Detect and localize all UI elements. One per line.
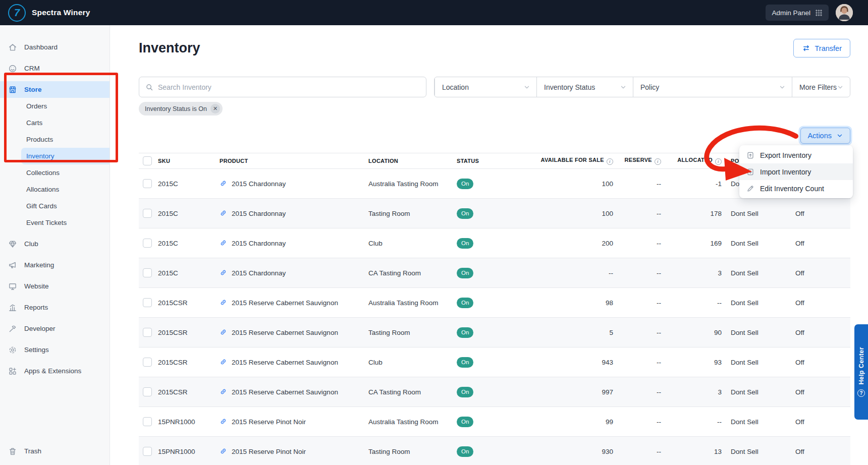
active-filter-chip: Inventory Status is On ✕ xyxy=(139,102,223,115)
row-checkbox[interactable] xyxy=(143,328,152,337)
product-link[interactable]: 2015 Chardonnay xyxy=(232,210,286,217)
col-status: STATUS xyxy=(457,153,507,169)
transfer-button[interactable]: Transfer xyxy=(793,39,850,57)
sidebar-item[interactable]: Club xyxy=(0,236,110,252)
sidebar-item[interactable]: Marketing xyxy=(0,257,110,273)
sidebar-item[interactable]: Apps & Extensions xyxy=(0,363,110,379)
select-all-checkbox[interactable] xyxy=(143,156,152,165)
filter-select[interactable]: Location xyxy=(435,77,536,97)
table-row: 2015CSR 2015 Reserve Cabernet Sauvignon … xyxy=(139,318,850,347)
table-row: 2015CSR 2015 Reserve Cabernet Sauvignon … xyxy=(139,288,850,318)
status-cell: On xyxy=(457,437,507,465)
sidebar-item-label: Allocations xyxy=(26,186,59,193)
link-icon xyxy=(220,328,227,336)
sku-cell: 15PNR1000 xyxy=(158,437,220,465)
sidebar-item-label: Trash xyxy=(24,447,41,455)
product-cell: 2015 Reserve Pinot Noir xyxy=(220,437,368,465)
policy-cell: Dont Sell xyxy=(722,228,786,258)
main-content: Inventory Transfer Location Inventory St… xyxy=(110,25,868,465)
product-link[interactable]: 2015 Chardonnay xyxy=(232,269,286,277)
product-link[interactable]: 2015 Reserve Cabernet Sauvignon xyxy=(232,299,338,307)
row-checkbox[interactable] xyxy=(143,179,152,188)
sidebar-item[interactable]: Store xyxy=(0,81,110,98)
sidebar-item-icon xyxy=(8,261,17,270)
product-link[interactable]: 2015 Reserve Cabernet Sauvignon xyxy=(232,329,338,336)
reserve-cell: -- xyxy=(613,199,661,228)
row-checkbox[interactable] xyxy=(143,447,152,456)
info-icon[interactable]: i xyxy=(655,158,661,165)
row-checkbox[interactable] xyxy=(143,358,152,367)
product-link[interactable]: 2015 Reserve Pinot Noir xyxy=(232,418,306,426)
product-cell: 2015 Chardonnay xyxy=(220,228,368,258)
sidebar-item[interactable]: Carts xyxy=(0,114,110,131)
sidebar-item-icon xyxy=(8,240,17,249)
sidebar-item[interactable]: Website xyxy=(0,278,110,295)
row-checkbox[interactable] xyxy=(143,417,152,426)
row-checkbox[interactable] xyxy=(143,268,152,277)
product-link[interactable]: 2015 Chardonnay xyxy=(232,240,286,247)
table-row: 2015CSR 2015 Reserve Cabernet Sauvignon … xyxy=(139,347,850,377)
backorder-cell: Off xyxy=(786,347,850,377)
product-link[interactable]: 2015 Reserve Pinot Noir xyxy=(232,448,306,455)
sidebar-item[interactable]: Dashboard xyxy=(0,39,110,55)
sidebar-item-label: Dashboard xyxy=(24,43,58,51)
actions-button[interactable]: Actions xyxy=(800,128,850,144)
backorder-cell: Off xyxy=(786,199,850,228)
sidebar-item[interactable]: Event Tickets xyxy=(0,214,110,231)
remove-filter-icon[interactable]: ✕ xyxy=(210,104,220,113)
sidebar-item[interactable]: Allocations xyxy=(0,181,110,198)
chevron-down-icon xyxy=(836,132,843,139)
product-link[interactable]: 2015 Chardonnay xyxy=(232,180,286,188)
backorder-cell: Off xyxy=(786,228,850,258)
row-checkbox[interactable] xyxy=(143,298,152,307)
info-icon[interactable]: i xyxy=(715,158,722,165)
user-avatar[interactable] xyxy=(836,4,853,21)
filter-select[interactable]: Inventory Status xyxy=(536,77,633,97)
policy-cell: Dont Sell xyxy=(722,347,786,377)
menu-item-icon xyxy=(746,151,754,159)
location-cell: Club xyxy=(368,347,457,377)
menu-item-icon xyxy=(746,168,754,176)
backorder-cell: Off xyxy=(786,318,850,347)
actions-menu-item[interactable]: Export Inventory xyxy=(739,147,853,163)
sidebar-item[interactable]: Gift Cards xyxy=(0,198,110,214)
allocated-cell: 3 xyxy=(661,377,722,407)
actions-menu-item[interactable]: Import Inventory xyxy=(739,163,853,180)
sidebar-item-label: Store xyxy=(24,86,42,93)
row-checkbox[interactable] xyxy=(143,239,152,248)
row-checkbox[interactable] xyxy=(143,209,152,218)
product-cell: 2015 Reserve Pinot Noir xyxy=(220,407,368,437)
info-icon[interactable]: i xyxy=(607,158,613,165)
reserve-cell: -- xyxy=(613,288,661,318)
actions-menu-item[interactable]: Edit Inventory Count xyxy=(739,180,853,197)
status-badge: On xyxy=(457,238,473,249)
reserve-cell: -- xyxy=(613,437,661,465)
table-row: 2015C 2015 Chardonnay CA Tasting Room On… xyxy=(139,258,850,288)
sidebar-item[interactable]: CRM xyxy=(0,60,110,77)
filter-select[interactable]: Policy xyxy=(633,77,792,97)
sidebar-item-icon xyxy=(8,64,17,73)
sidebar-item[interactable]: Products xyxy=(0,131,110,148)
sidebar-item[interactable]: Developer xyxy=(0,320,110,337)
available-cell: 5 xyxy=(507,318,613,347)
location-cell: CA Tasting Room xyxy=(368,377,457,407)
row-checkbox[interactable] xyxy=(143,387,152,396)
help-center-tab[interactable]: Help Center ? xyxy=(854,324,868,420)
location-cell: Australia Tasting Room xyxy=(368,407,457,437)
sidebar-item[interactable]: Inventory xyxy=(21,148,110,164)
sidebar-item[interactable]: Collections xyxy=(0,164,110,181)
location-cell: Australia Tasting Room xyxy=(368,288,457,318)
link-icon xyxy=(220,180,227,187)
brand-logo-icon: 7 xyxy=(8,4,26,22)
product-link[interactable]: 2015 Reserve Cabernet Sauvignon xyxy=(232,359,338,366)
link-icon xyxy=(220,358,227,366)
filter-select[interactable]: More Filters xyxy=(792,77,850,97)
sidebar-item[interactable]: Reports xyxy=(0,299,110,316)
sidebar-item[interactable]: Orders xyxy=(0,98,110,114)
status-cell: On xyxy=(457,258,507,288)
reserve-cell: -- xyxy=(613,169,661,199)
admin-panel-button[interactable]: Admin Panel xyxy=(766,5,829,21)
product-link[interactable]: 2015 Reserve Cabernet Sauvignon xyxy=(232,388,338,396)
search-input[interactable] xyxy=(158,83,420,91)
sidebar-item[interactable]: Settings xyxy=(0,341,110,358)
